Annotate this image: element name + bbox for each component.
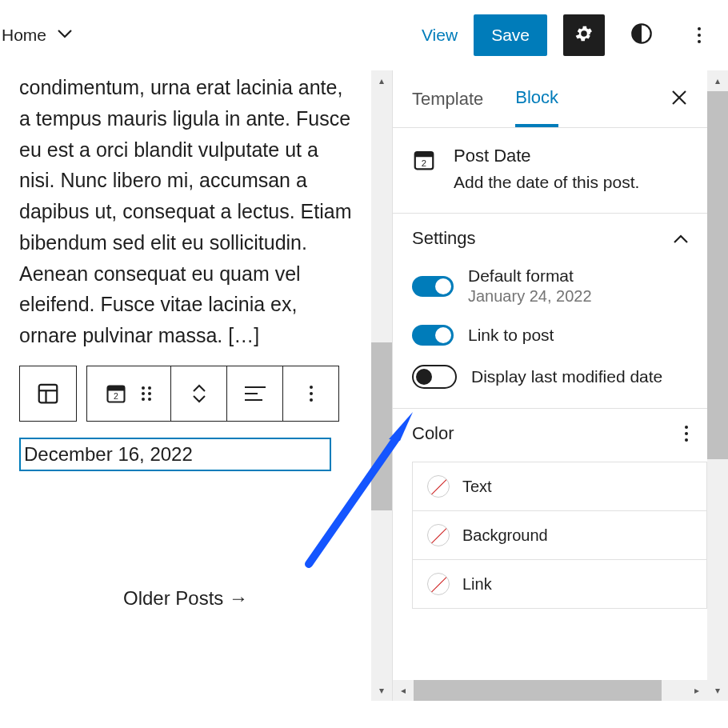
styles-button[interactable] — [621, 14, 662, 56]
scroll-up-arrow[interactable]: ▴ — [707, 70, 728, 91]
svg-point-9 — [142, 392, 145, 395]
color-background-label: Background — [462, 526, 548, 545]
settings-button[interactable] — [563, 14, 605, 56]
more-vertical-icon[interactable] — [685, 426, 688, 442]
svg-point-10 — [148, 392, 151, 395]
tab-block[interactable]: Block — [515, 71, 558, 127]
color-link-label: Link — [462, 575, 492, 594]
scroll-thumb[interactable] — [371, 342, 392, 510]
scroll-left-arrow[interactable]: ◂ — [393, 680, 414, 701]
color-swatch-empty — [427, 573, 450, 595]
tab-template[interactable]: Template — [412, 73, 483, 126]
svg-point-7 — [142, 386, 145, 390]
more-options-button[interactable] — [678, 14, 720, 56]
link-to-post-label: Link to post — [468, 326, 554, 345]
breadcrumb-home[interactable]: Home — [2, 26, 46, 45]
gear-icon — [574, 23, 594, 47]
save-button[interactable]: Save — [474, 14, 547, 56]
color-background-row[interactable]: Background — [413, 511, 706, 560]
default-format-example: January 24, 2022 — [468, 287, 592, 306]
parent-block-button[interactable] — [19, 366, 77, 422]
svg-point-11 — [142, 398, 145, 401]
more-vertical-icon — [698, 27, 701, 43]
close-icon — [670, 89, 688, 106]
scroll-down-arrow[interactable]: ▾ — [707, 680, 728, 701]
block-more-button[interactable] — [283, 366, 339, 422]
display-modified-toggle[interactable] — [412, 365, 457, 389]
scroll-up-arrow[interactable]: ▴ — [371, 70, 392, 91]
calendar-icon: 2 — [105, 382, 127, 405]
svg-rect-1 — [39, 385, 58, 403]
layout-icon — [36, 382, 60, 406]
color-swatch-empty — [427, 524, 450, 546]
svg-point-8 — [148, 386, 151, 390]
color-text-row[interactable]: Text — [413, 462, 706, 511]
view-link[interactable]: View — [422, 26, 458, 45]
block-description: Add the date of this post. — [454, 173, 639, 192]
default-format-toggle[interactable] — [412, 276, 454, 297]
default-format-label: Default format — [468, 266, 592, 286]
scroll-down-arrow[interactable]: ▾ — [371, 680, 392, 701]
chevron-up-icon — [193, 384, 206, 392]
hscroll-thumb[interactable] — [414, 680, 662, 701]
svg-rect-19 — [415, 152, 434, 157]
sidebar-horizontal-scrollbar[interactable]: ◂ ▸ — [393, 680, 707, 701]
editor-scrollbar[interactable]: ▴ ▾ — [371, 70, 392, 701]
block-toolbar: 2 — [19, 366, 352, 422]
older-posts-link[interactable]: Older Posts → — [19, 587, 352, 610]
svg-rect-5 — [108, 386, 125, 390]
color-link-row[interactable]: Link — [413, 560, 706, 609]
display-modified-label: Display last modified date — [471, 367, 662, 386]
block-title: Post Date — [454, 146, 639, 166]
settings-label: Settings — [412, 228, 476, 249]
svg-text:2: 2 — [422, 158, 426, 168]
link-to-post-toggle[interactable] — [412, 325, 454, 346]
settings-section-header[interactable]: Settings — [412, 228, 688, 249]
scroll-thumb[interactable] — [707, 91, 728, 459]
more-vertical-icon — [310, 386, 313, 402]
post-excerpt-text: condimentum, urna erat lacinia ante, a t… — [19, 72, 352, 351]
svg-point-12 — [148, 398, 151, 401]
post-date-block[interactable]: December 16, 2022 — [19, 438, 331, 471]
chevron-up-icon — [674, 234, 688, 243]
close-sidebar-button[interactable] — [670, 89, 688, 110]
scroll-right-arrow[interactable]: ▸ — [686, 680, 707, 701]
color-section-header[interactable]: Color — [412, 423, 707, 444]
post-date-icon: 2 — [412, 148, 436, 192]
drag-handle-icon — [140, 386, 153, 402]
align-left-icon — [245, 386, 266, 402]
sidebar-scrollbar[interactable]: ▴ ▾ — [707, 70, 728, 701]
color-swatch-empty — [427, 475, 450, 498]
color-text-label: Text — [462, 478, 492, 496]
svg-text:2: 2 — [114, 391, 118, 401]
contrast-icon — [630, 22, 653, 48]
block-type-button[interactable]: 2 — [86, 366, 171, 422]
chevron-down-icon[interactable] — [58, 28, 72, 42]
chevron-down-icon — [193, 395, 206, 403]
move-buttons[interactable] — [171, 366, 227, 422]
color-label: Color — [412, 423, 454, 444]
align-button[interactable] — [227, 366, 283, 422]
